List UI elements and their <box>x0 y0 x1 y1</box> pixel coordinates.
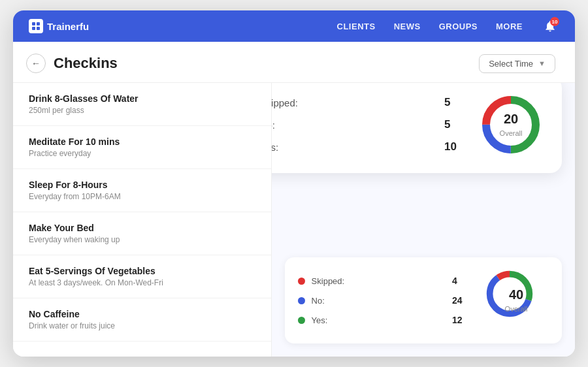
legend-item: No: 24 <box>298 295 470 306</box>
checkin-item[interactable]: Sleep For 8-Hours Everyday from 10PM-6AM <box>13 169 271 212</box>
top-overall-number: 20 <box>500 112 523 127</box>
legend-label: Skipped: <box>312 276 446 286</box>
nav-link-clients[interactable]: CLIENTS <box>337 22 376 31</box>
top-stats-card: Skipped: 5 No: 5 Yes: 10 <box>272 83 562 173</box>
legend-value: 4 <box>452 276 470 286</box>
checkin-item-title: No Caffeine <box>29 309 255 319</box>
legend-value: 10 <box>444 140 463 153</box>
page-title-row: ← Checkins <box>26 54 118 73</box>
nav-link-groups[interactable]: GROUPS <box>439 22 478 31</box>
checkin-item[interactable]: Make Your Bed Everyday when waking up <box>13 212 271 255</box>
top-legend-list: Skipped: 5 No: 5 Yes: 10 <box>272 96 463 153</box>
legend-dot <box>298 278 305 285</box>
main-body: Drink 8-Glasses Of Water 250ml per glass… <box>13 83 575 357</box>
bottom-donut-label: 40 Overall <box>505 287 528 314</box>
checkin-item-subtitle: Everyday when waking up <box>29 235 255 244</box>
select-time-label: Select Time <box>489 59 533 69</box>
top-donut-label: 20 Overall <box>500 112 523 138</box>
checkin-item-title: Sleep For 8-Hours <box>29 180 255 190</box>
checkin-item[interactable]: Drink 8-Glasses Of Water 250ml per glass <box>13 83 271 126</box>
svg-rect-0 <box>32 22 35 25</box>
legend-label: No: <box>272 120 438 131</box>
nav-bar: Trainerfu CLIENTS NEWS GROUPS MORE 10 <box>13 10 575 42</box>
svg-rect-1 <box>37 22 40 25</box>
checkin-item[interactable]: Meditate For 10 mins Practice everyday <box>13 126 271 169</box>
legend-label: Skipped: <box>272 97 438 108</box>
legend-item: Skipped: 5 <box>272 96 463 109</box>
checkin-item-title: Make Your Bed <box>29 223 255 233</box>
legend-label: Yes: <box>312 315 446 325</box>
content-area: ← Checkins Select Time ▼ Drink 8-Glasses… <box>13 42 575 357</box>
chevron-down-icon: ▼ <box>538 59 546 67</box>
legend-item: No: 5 <box>272 118 463 131</box>
checkin-list: Drink 8-Glasses Of Water 250ml per glass… <box>13 83 272 357</box>
logo: Trainerfu <box>29 19 89 33</box>
checkin-item[interactable]: Eat 5-Servings Of Vegetables At least 3 … <box>13 255 271 298</box>
checkin-item-title: Drink 8-Glasses Of Water <box>29 93 255 104</box>
bottom-donut-chart: 40 Overall <box>483 268 549 333</box>
bottom-stats-card: Skipped: 4 No: 24 Yes: 12 <box>285 257 562 343</box>
page-title: Checkins <box>54 55 118 72</box>
legend-value: 12 <box>452 315 470 325</box>
logo-text: Trainerfu <box>47 21 89 32</box>
app-window: Trainerfu CLIENTS NEWS GROUPS MORE 10 ← … <box>13 10 575 357</box>
checkin-item-subtitle: Drink water or fruits juice <box>29 321 255 330</box>
legend-label: Yes: <box>272 142 438 153</box>
svg-rect-3 <box>37 27 40 30</box>
bottom-overall-number: 40 <box>505 287 528 302</box>
legend-value: 5 <box>444 96 463 109</box>
legend-dot <box>298 297 305 304</box>
legend-item: Yes: 12 <box>298 315 470 325</box>
bottom-overall-label: Overall <box>505 305 528 313</box>
svg-rect-2 <box>32 27 35 30</box>
legend-value: 24 <box>452 295 470 306</box>
legend-item: Yes: 10 <box>272 140 463 153</box>
bell-badge: 10 <box>550 17 559 26</box>
page-header: ← Checkins Select Time ▼ <box>13 42 575 83</box>
checkin-item-subtitle: 250ml per glass <box>29 106 255 115</box>
bottom-legend-list: Skipped: 4 No: 24 Yes: 12 <box>298 276 470 325</box>
legend-dot <box>298 317 305 324</box>
top-donut-chart: 20 Overall <box>478 92 544 157</box>
checkin-item-title: Meditate For 10 mins <box>29 136 255 147</box>
nav-link-more[interactable]: MORE <box>496 22 523 31</box>
legend-item: Skipped: 4 <box>298 276 470 286</box>
nav-links: CLIENTS NEWS GROUPS MORE 10 <box>337 17 559 35</box>
legend-value: 5 <box>444 118 463 131</box>
checkin-item-subtitle: At least 3 days/week. On Mon-Wed-Fri <box>29 278 255 287</box>
bell-button[interactable]: 10 <box>541 17 559 35</box>
select-time-dropdown[interactable]: Select Time ▼ <box>479 54 555 73</box>
stats-panel: Skipped: 5 No: 5 Yes: 10 <box>272 83 575 357</box>
checkin-item[interactable]: No Caffeine Drink water or fruits juice <box>13 298 271 342</box>
nav-link-news[interactable]: NEWS <box>394 22 421 31</box>
checkin-item-title: Eat 5-Servings Of Vegetables <box>29 266 255 276</box>
top-overall-label: Overall <box>500 129 523 137</box>
checkin-item-subtitle: Practice everyday <box>29 149 255 158</box>
back-button[interactable]: ← <box>26 54 46 73</box>
checkin-item-subtitle: Everyday from 10PM-6AM <box>29 192 255 201</box>
logo-icon <box>29 19 43 33</box>
legend-label: No: <box>312 296 446 306</box>
